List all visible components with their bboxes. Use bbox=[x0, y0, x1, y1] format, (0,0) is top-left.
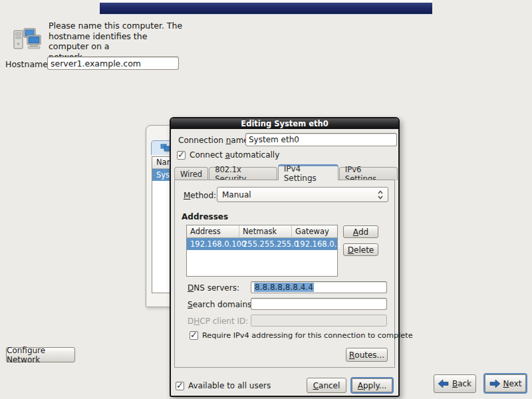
addresses-heading: Addresses bbox=[182, 212, 228, 221]
dhcp-client-id-input bbox=[251, 315, 387, 327]
configure-network-button[interactable]: Configure Network bbox=[6, 347, 75, 362]
search-domains-label: Search domains: bbox=[188, 300, 254, 309]
address-row-selected[interactable]: 192.168.0.100 255.255.255.0 192.168.0.1 bbox=[187, 238, 337, 250]
hostname-input[interactable] bbox=[47, 57, 179, 70]
next-button[interactable]: Next bbox=[483, 373, 527, 394]
require-ipv4-checkbox[interactable]: ✓ bbox=[190, 331, 198, 340]
column-address[interactable]: Address bbox=[187, 225, 239, 238]
updown-chevrons-icon bbox=[377, 190, 384, 202]
dhcp-client-id-label: DHCP client ID: bbox=[188, 317, 248, 326]
installer-banner bbox=[100, 3, 432, 15]
hostname-instructions: Please name this computer. The hostname … bbox=[49, 21, 188, 62]
settings-tabs: Wired 802.1x Security IPv4 Settings IPv6… bbox=[174, 164, 398, 180]
method-dropdown[interactable]: Manual bbox=[217, 187, 388, 202]
dns-servers-input[interactable]: 8.8.8.8,8.8.4.4 bbox=[251, 281, 387, 293]
checkmark-icon: ✓ bbox=[190, 330, 198, 340]
require-ipv4-label: Require IPv4 addressing for this connect… bbox=[202, 331, 413, 340]
editing-connection-dialog: Editing System eth0 Connection name: ✓ C… bbox=[170, 117, 400, 397]
available-to-all-users-label: Available to all users bbox=[188, 381, 271, 390]
tab-ipv6-settings[interactable]: IPv6 Settings bbox=[339, 167, 398, 180]
installer-screen: Please name this computer. The hostname … bbox=[0, 0, 532, 399]
checkmark-icon: ✓ bbox=[178, 150, 185, 160]
connection-name-input[interactable] bbox=[245, 133, 397, 146]
back-label: Back bbox=[452, 379, 471, 388]
column-gateway[interactable]: Gateway bbox=[292, 225, 337, 238]
tab-8021x-security[interactable]: 802.1x Security bbox=[209, 167, 277, 180]
routes-button[interactable]: Routes... bbox=[346, 348, 388, 362]
addresses-table[interactable]: Address Netmask Gateway 192.168.0.100 25… bbox=[186, 225, 338, 277]
dialog-title: Editing System eth0 bbox=[241, 119, 328, 128]
cell-netmask: 255.255.255.0 bbox=[239, 238, 292, 250]
search-domains-input[interactable] bbox=[251, 298, 387, 310]
networked-computers-icon bbox=[13, 27, 43, 56]
method-selected-value: Manual bbox=[222, 190, 251, 200]
dns-servers-label: DNS servers: bbox=[188, 283, 239, 293]
connect-automatically-label: Connect automatically bbox=[190, 150, 279, 160]
arrow-right-icon bbox=[489, 379, 500, 388]
add-button[interactable]: Add bbox=[343, 225, 378, 238]
dialog-titlebar[interactable]: Editing System eth0 bbox=[171, 118, 398, 129]
addresses-table-header: Address Netmask Gateway bbox=[187, 225, 337, 238]
dns-selected-text: 8.8.8.8,8.8.4.4 bbox=[254, 283, 314, 292]
method-label: Method: bbox=[184, 191, 216, 200]
checkmark-icon: ✓ bbox=[176, 380, 184, 390]
apply-button[interactable]: Apply... bbox=[350, 377, 394, 394]
connect-automatically-checkbox[interactable]: ✓ bbox=[177, 151, 186, 160]
column-netmask[interactable]: Netmask bbox=[239, 225, 292, 238]
available-to-all-users-checkbox[interactable]: ✓ bbox=[176, 382, 184, 390]
tab-ipv4-settings[interactable]: IPv4 Settings bbox=[278, 164, 338, 180]
connection-name-label: Connection name: bbox=[178, 136, 251, 145]
cell-gateway: 192.168.0.1 bbox=[292, 238, 337, 250]
tab-wired[interactable]: Wired bbox=[174, 167, 208, 180]
cell-address: 192.168.0.100 bbox=[187, 238, 239, 250]
cancel-button[interactable]: Cancel bbox=[307, 378, 346, 393]
next-label: Next bbox=[503, 379, 522, 388]
arrow-left-icon bbox=[438, 379, 449, 388]
hostname-label: Hostname: bbox=[5, 59, 51, 69]
delete-button[interactable]: Delete bbox=[343, 243, 378, 256]
back-button[interactable]: Back bbox=[434, 374, 476, 393]
